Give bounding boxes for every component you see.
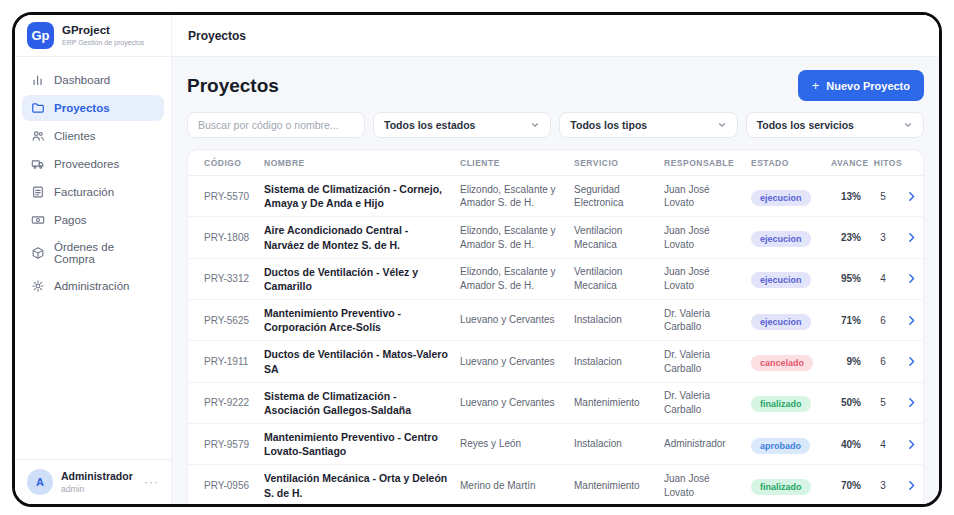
project-milestones: 4 [871, 273, 905, 284]
sidebar-item-dashboard[interactable]: Dashboard [22, 67, 164, 93]
service-filter-select[interactable]: Todos los servicios [746, 112, 924, 138]
sidebar-item-label: Órdenes de Compra [54, 241, 155, 265]
plus-icon: + [812, 78, 820, 93]
project-responsible: Dr. Valeria Carballo [664, 389, 751, 416]
project-code: PRY-1911 [204, 356, 264, 367]
table-row[interactable]: PRY-0956 Ventilación Mecánica - Orta y D… [188, 465, 923, 506]
project-milestones: 3 [871, 480, 905, 491]
main-area: Proyectos Proyectos + Nuevo Proyecto Tod… [172, 15, 939, 504]
package-icon [31, 246, 45, 260]
project-client: Luevano y Cervantes [460, 355, 574, 369]
status-filter-value: Todos los estados [384, 119, 475, 131]
project-responsible: Administrador [664, 437, 751, 451]
table-row[interactable]: PRY-3312 Ductos de Ventilación - Vélez y… [188, 259, 923, 300]
new-project-label: Nuevo Proyecto [826, 80, 910, 92]
project-name: Aire Acondicionado Central - Narváez de … [264, 217, 460, 257]
status-badge: finalizado [751, 479, 811, 495]
project-name: Ventilación Mecánica - Orta y Deleón S. … [264, 465, 460, 505]
service-filter-value: Todos los servicios [757, 119, 854, 131]
folder-icon [31, 101, 45, 115]
sidebar-item-pagos[interactable]: Pagos [22, 207, 164, 233]
content: Proyectos + Nuevo Proyecto Todos los est… [172, 57, 939, 504]
sidebar-item-administracion[interactable]: Administración [22, 273, 164, 299]
sidebar-item-label: Dashboard [54, 74, 110, 86]
sidebar-item-ordenes-de-compra[interactable]: Órdenes de Compra [22, 235, 164, 271]
project-progress: 13% [831, 191, 871, 202]
status-badge: aprobado [751, 438, 810, 454]
gear-icon [31, 279, 45, 293]
table-header: CÓDIGO NOMBRE CLIENTE SERVICIO RESPONSAB… [188, 150, 923, 176]
table-body: PRY-5570 Sistema de Climatización - Corn… [188, 176, 923, 507]
search-input[interactable] [187, 112, 365, 138]
type-filter-select[interactable]: Todos los tipos [559, 112, 737, 138]
project-milestones: 5 [871, 191, 905, 202]
project-progress: 50% [831, 397, 871, 408]
project-name: Sistema de Climatización - Cornejo, Amay… [264, 176, 460, 216]
table-row[interactable]: PRY-9222 Sistema de Climatización - Asoc… [188, 383, 923, 424]
status-filter-select[interactable]: Todos los estados [373, 112, 551, 138]
project-responsible: Juan José Lovato [664, 224, 751, 251]
sidebar-item-proyectos[interactable]: Proyectos [22, 95, 164, 121]
project-client: Merino de Martín [460, 479, 574, 493]
chevron-down-icon [530, 120, 540, 130]
project-milestones: 6 [871, 356, 905, 367]
new-project-button[interactable]: + Nuevo Proyecto [798, 70, 924, 101]
brand-name: GProject [62, 24, 144, 38]
project-progress: 70% [831, 480, 871, 491]
sidebar-item-label: Proyectos [54, 102, 110, 114]
project-name: Mantenimiento Preventivo - Corporación A… [264, 300, 460, 340]
brand-subtitle: ERP Gestión de proyectos [62, 38, 144, 47]
sidebar-item-label: Proveedores [54, 158, 119, 170]
table-row[interactable]: PRY-9579 Mantenimiento Preventivo - Cent… [188, 424, 923, 465]
row-chevron-right-icon[interactable] [905, 355, 922, 368]
project-responsible: Juan José Lovato [664, 183, 751, 210]
chevron-down-icon [717, 120, 727, 130]
row-chevron-right-icon[interactable] [905, 438, 922, 451]
column-header-responsable: RESPONSABLE [664, 158, 751, 168]
row-chevron-right-icon[interactable] [905, 479, 922, 492]
project-name: Ductos de Ventilación - Matos-Valero SA [264, 341, 460, 381]
row-chevron-right-icon[interactable] [905, 231, 922, 244]
column-header-nombre: NOMBRE [264, 158, 460, 168]
row-chevron-right-icon[interactable] [905, 272, 922, 285]
project-client: Elizondo, Escalante y Amador S. de H. [460, 183, 574, 210]
row-chevron-right-icon[interactable] [905, 396, 922, 409]
project-service: Mantenimiento [574, 479, 664, 493]
table-row[interactable]: PRY-1808 Aire Acondicionado Central - Na… [188, 217, 923, 258]
project-code: PRY-9222 [204, 397, 264, 408]
project-progress: 95% [831, 273, 871, 284]
column-header-estado: ESTADO [751, 158, 831, 168]
sidebar-item-proveedores[interactable]: Proveedores [22, 151, 164, 177]
chevron-down-icon [903, 120, 913, 130]
row-chevron-right-icon[interactable] [905, 190, 922, 203]
project-client: Luevano y Cervantes [460, 313, 574, 327]
project-progress: 71% [831, 315, 871, 326]
table-row[interactable]: PRY-5625 Mantenimiento Preventivo - Corp… [188, 300, 923, 341]
project-progress: 9% [831, 356, 871, 367]
project-service: Instalacion [574, 355, 664, 369]
column-header-avance: AVANCE [831, 158, 871, 168]
project-client: Luevano y Cervantes [460, 396, 574, 410]
user-menu-button[interactable]: ··· [144, 475, 159, 489]
project-service: Ventilacion Mecanica [574, 224, 664, 251]
project-responsible: Dr. Valeria Carballo [664, 307, 751, 334]
sidebar-item-facturacion[interactable]: Facturación [22, 179, 164, 205]
project-service: Instalacion [574, 437, 664, 451]
sidebar-item-label: Facturación [54, 186, 114, 198]
column-header-codigo: CÓDIGO [204, 158, 264, 168]
app-window: Gp GProject ERP Gestión de proyectos Das… [12, 12, 942, 507]
project-progress: 23% [831, 232, 871, 243]
sidebar-item-label: Pagos [54, 214, 87, 226]
column-header-cliente: CLIENTE [460, 158, 574, 168]
project-code: PRY-5570 [204, 191, 264, 202]
row-chevron-right-icon[interactable] [905, 314, 922, 327]
user-role: admin [61, 484, 133, 494]
sidebar-item-label: Administración [54, 280, 129, 292]
project-name: Sistema de Climatización - Asociación Ga… [264, 383, 460, 423]
status-badge: ejecucion [751, 190, 811, 206]
status-badge: finalizado [751, 396, 811, 412]
project-code: PRY-0956 [204, 480, 264, 491]
table-row[interactable]: PRY-1911 Ductos de Ventilación - Matos-V… [188, 341, 923, 382]
table-row[interactable]: PRY-5570 Sistema de Climatización - Corn… [188, 176, 923, 217]
sidebar-item-clientes[interactable]: Clientes [22, 123, 164, 149]
